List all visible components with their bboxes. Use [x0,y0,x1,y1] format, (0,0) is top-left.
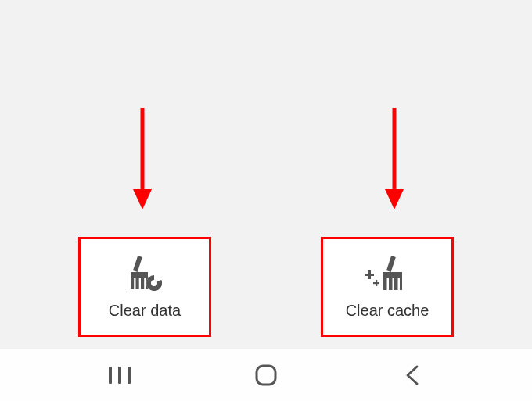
svg-rect-22 [109,367,112,384]
svg-rect-16 [373,282,379,284]
svg-marker-3 [385,189,404,209]
svg-marker-1 [133,189,152,209]
clear-cache-label: Clear cache [346,302,430,320]
svg-rect-20 [394,278,398,290]
svg-point-12 [151,280,157,286]
system-nav-bar [0,349,532,401]
clear-cache-button[interactable]: Clear cache [321,237,454,337]
clear-data-button[interactable]: Clear data [78,237,211,337]
svg-rect-7 [141,278,144,289]
svg-rect-19 [389,278,393,290]
svg-rect-24 [128,367,131,384]
clear-data-label: Clear data [109,302,181,320]
storage-buttons-row: Clear data [0,237,532,337]
nav-recents-button[interactable] [88,360,151,391]
nav-back-button[interactable] [381,360,444,391]
svg-rect-18 [383,278,387,290]
svg-rect-6 [136,278,139,289]
svg-rect-21 [400,278,402,290]
nav-home-button[interactable] [235,360,297,391]
clear-data-icon [124,255,165,294]
svg-rect-23 [118,367,121,384]
svg-rect-17 [386,256,396,272]
annotation-arrow-right [383,108,406,209]
svg-rect-4 [133,256,142,272]
clear-cache-icon [365,255,409,294]
annotation-arrow-left [131,108,154,209]
svg-rect-5 [131,278,134,289]
svg-rect-25 [257,366,275,385]
svg-rect-14 [365,274,374,276]
